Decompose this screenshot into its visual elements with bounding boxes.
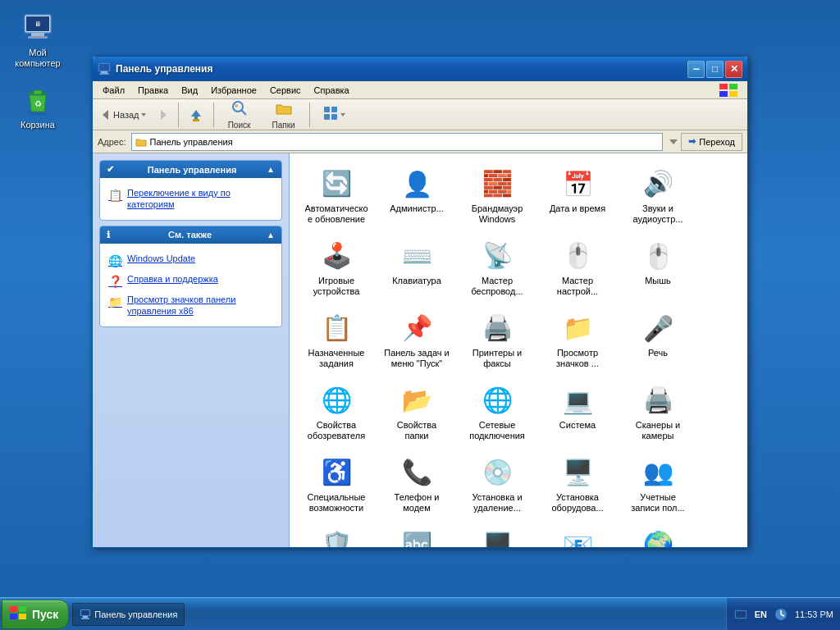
menu-favorites[interactable]: Избранное [204, 84, 263, 97]
folders-button[interactable]: Папки [263, 97, 304, 132]
cp-icon-datetime[interactable]: 📅Дата и время [541, 163, 614, 229]
cp-icon-language[interactable]: 🌍Язык и региональ... [621, 524, 695, 547]
language-indicator[interactable]: EN [755, 609, 767, 619]
recycle-bin-icon[interactable]: ♻ Корзина [8, 80, 67, 134]
cp-icon-image-language: 🌍 [641, 528, 674, 547]
cp-icon-setup-master[interactable]: 🖱️Мастер настрой... [541, 235, 614, 301]
cp-icon-speech[interactable]: 🎤Речь [621, 308, 695, 373]
up-button[interactable] [184, 103, 208, 127]
cp-icon-name-taskbar-menu: Панель задач и меню "Пуск" [384, 348, 450, 369]
cp-icon-image-fonts: 🔤 [400, 528, 433, 547]
cp-icon-name-setup-master: Мастер настрой... [545, 276, 610, 297]
cp-icon-mouse[interactable]: 🖱️Мышь [621, 235, 695, 301]
svg-rect-36 [83, 616, 88, 618]
cp-icon-phone-modem[interactable]: 📞Телефон и модем [380, 452, 454, 518]
cp-icon-name-user-accounts: Учетные записи пол... [625, 492, 691, 514]
view-icons-x86-link[interactable]: 📁 Просмотр значков панели управления x86 [107, 291, 275, 320]
cp-icon-image-sounds: 🔊 [641, 167, 674, 200]
cp-icon-taskbar-menu[interactable]: 📌Панель задач и меню "Пуск" [380, 308, 454, 373]
cp-icon-printers[interactable]: 🖨️Принтеры и факсы [460, 308, 534, 373]
cp-icon-image-gamedev: 🕹️ [320, 240, 353, 272]
toolbar-back-forward: Назад [96, 104, 173, 126]
taskbar-item-control-panel[interactable]: Панель управления [72, 603, 185, 626]
cp-icon-gamedev[interactable]: 🕹️Игровые устройства [299, 235, 373, 301]
address-bar: Адрес: Панель управления ➡ Переход [93, 130, 747, 153]
go-arrow-icon: ➡ [688, 136, 696, 147]
menu-help[interactable]: Справка [308, 84, 356, 97]
cp-icon-display[interactable]: 🖥️Экран [460, 524, 534, 547]
cp-icon-image-scanners: 🖨️ [641, 384, 674, 417]
search-button[interactable]: Поиск [219, 97, 260, 132]
cp-icon-wireless-master[interactable]: 📡Мастер беспровод... [460, 235, 534, 301]
forward-icon [156, 108, 169, 121]
forward-button[interactable] [152, 104, 173, 126]
cp-icon-security-center[interactable]: 🛡️Центр обеспечен... [299, 524, 373, 547]
cp-icon-image-system: 💻 [561, 384, 594, 417]
cp-icon-scheduled-tasks[interactable]: 📋Назначенные задания [299, 308, 373, 373]
cp-icon-firewall[interactable]: 🧱Брандмауэр Windows [460, 163, 534, 229]
sidebar: ✔ Панель управления ▲ 📋 Переключение к в… [93, 153, 290, 547]
cp-icon-name-install-remove: Установка и удаление... [464, 492, 530, 514]
address-dropdown-icon[interactable] [668, 136, 679, 148]
taskbar-item-label: Панель управления [94, 609, 177, 619]
my-computer-icon[interactable]: 🖥 Мой компьютер [8, 8, 67, 72]
cp-icon-name-scanners: Сканеры и камеры [625, 420, 691, 441]
cp-icon-mail[interactable]: 📧Электропи... [541, 524, 614, 547]
svg-rect-30 [10, 606, 17, 612]
cp-icon-name-firewall: Брандмауэр Windows [464, 203, 530, 225]
cp-icon-image-view-icons: 📁 [561, 312, 594, 345]
address-input[interactable]: Панель управления [131, 133, 664, 151]
cp-icon-fonts[interactable]: 🔤Шрифты [380, 524, 454, 547]
cp-icon-browser-props[interactable]: 🌐Свойства обозревателя [299, 380, 373, 445]
toolbar-separator-1 [178, 103, 179, 127]
back-label: Назад [113, 110, 139, 120]
views-button[interactable] [315, 103, 354, 126]
cp-icon-auto-update[interactable]: 🔄Автоматическое обновление [299, 163, 373, 229]
seealso-toggle-icon[interactable]: ▲ [267, 231, 275, 240]
cp-icon-folder-props[interactable]: 📂Свойства папки [380, 380, 454, 445]
back-button[interactable]: Назад [96, 104, 152, 126]
svg-rect-39 [736, 611, 746, 618]
panel-toggle-icon[interactable]: ▲ [267, 165, 275, 174]
clock-tray-icon [774, 607, 788, 622]
cp-icon-system[interactable]: 💻Система [541, 380, 614, 445]
cp-icon-install-hardware[interactable]: 🖥️Установка оборудова... [541, 452, 614, 518]
sidebar-panel-body: 📋 Переключение к виду по категориям [100, 178, 281, 220]
svg-rect-35 [81, 610, 89, 615]
menu-view[interactable]: Вид [175, 84, 204, 97]
help-support-link[interactable]: ❓ Справка и поддержка [107, 271, 275, 291]
clock-display: 11:53 PM [795, 609, 833, 619]
maximize-button[interactable]: □ [706, 61, 724, 78]
cp-icon-view-icons[interactable]: 📁Просмотр значков ... [541, 308, 614, 373]
cp-icon-keyboard[interactable]: ⌨️Клавиатура [380, 235, 454, 301]
my-computer-label: Мой компьютер [15, 48, 60, 69]
start-label: Пуск [32, 608, 58, 621]
cp-icon-admin[interactable]: 👤Администр... [380, 163, 454, 229]
switch-category-link[interactable]: 📋 Переключение к виду по категориям [107, 185, 275, 213]
start-button[interactable]: Пуск [2, 600, 69, 629]
menu-edit[interactable]: Правка [131, 84, 175, 97]
cp-icon-accessibility[interactable]: ♿Специальные возможности [299, 452, 373, 518]
cp-icon-sounds[interactable]: 🔊Звуки и аудиоустр... [621, 163, 695, 229]
windows-update-link[interactable]: 🌐 Windows Update [107, 250, 275, 271]
cp-icon-scanners[interactable]: 🖨️Сканеры и камеры [621, 380, 695, 445]
cp-icon-network[interactable]: 🌐Сетевые подключения [460, 380, 534, 445]
menu-service[interactable]: Сервис [263, 84, 308, 97]
minimize-button[interactable]: ‒ [687, 61, 705, 78]
cp-icon-install-remove[interactable]: 💿Установка и удаление... [460, 452, 534, 518]
cp-icon-user-accounts[interactable]: 👥Учетные записи пол... [621, 452, 695, 518]
svg-rect-24 [324, 107, 330, 112]
sidebar-panel-header[interactable]: ✔ Панель управления ▲ [100, 161, 281, 178]
sidebar-seealso-header[interactable]: ℹ См. также ▲ [100, 226, 281, 244]
svg-marker-18 [161, 110, 167, 120]
close-button[interactable]: ✕ [725, 61, 742, 78]
window-content: ✔ Панель управления ▲ 📋 Переключение к в… [93, 153, 747, 547]
menu-file[interactable]: Файл [96, 84, 131, 97]
views-icon [322, 105, 339, 124]
svg-marker-17 [141, 113, 146, 116]
go-button[interactable]: ➡ Переход [681, 133, 742, 151]
desktop-icons: 🖥 Мой компьютер ♻ Корзина [8, 8, 67, 135]
view-icons-x86-label: Просмотр значков панели управления x86 [127, 294, 273, 317]
switch-category-icon: 📋 [108, 188, 122, 203]
start-logo [9, 605, 27, 623]
